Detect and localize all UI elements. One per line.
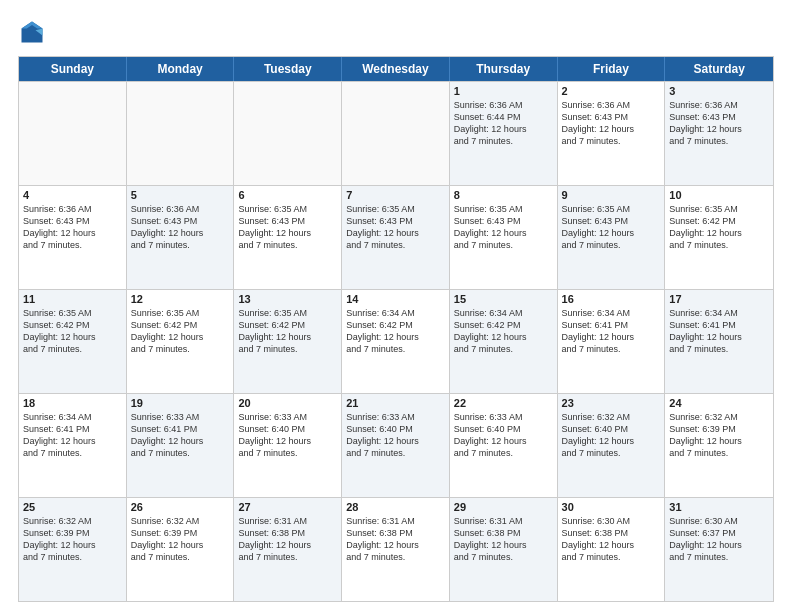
cell-info: Sunrise: 6:33 AM Sunset: 6:40 PM Dayligh… (238, 411, 337, 460)
calendar-cell: 18Sunrise: 6:34 AM Sunset: 6:41 PM Dayli… (19, 394, 127, 497)
cell-info: Sunrise: 6:33 AM Sunset: 6:41 PM Dayligh… (131, 411, 230, 460)
day-header-tuesday: Tuesday (234, 57, 342, 81)
calendar-cell: 3Sunrise: 6:36 AM Sunset: 6:43 PM Daylig… (665, 82, 773, 185)
cell-info: Sunrise: 6:35 AM Sunset: 6:42 PM Dayligh… (23, 307, 122, 356)
cell-info: Sunrise: 6:30 AM Sunset: 6:38 PM Dayligh… (562, 515, 661, 564)
calendar-cell: 30Sunrise: 6:30 AM Sunset: 6:38 PM Dayli… (558, 498, 666, 601)
calendar-cell: 28Sunrise: 6:31 AM Sunset: 6:38 PM Dayli… (342, 498, 450, 601)
calendar-cell: 10Sunrise: 6:35 AM Sunset: 6:42 PM Dayli… (665, 186, 773, 289)
day-number: 10 (669, 189, 769, 201)
day-number: 21 (346, 397, 445, 409)
day-number: 17 (669, 293, 769, 305)
calendar-cell (234, 82, 342, 185)
cell-info: Sunrise: 6:36 AM Sunset: 6:44 PM Dayligh… (454, 99, 553, 148)
calendar-cell: 27Sunrise: 6:31 AM Sunset: 6:38 PM Dayli… (234, 498, 342, 601)
cell-info: Sunrise: 6:36 AM Sunset: 6:43 PM Dayligh… (23, 203, 122, 252)
calendar-cell: 29Sunrise: 6:31 AM Sunset: 6:38 PM Dayli… (450, 498, 558, 601)
day-number: 16 (562, 293, 661, 305)
cell-info: Sunrise: 6:36 AM Sunset: 6:43 PM Dayligh… (669, 99, 769, 148)
day-number: 23 (562, 397, 661, 409)
calendar: SundayMondayTuesdayWednesdayThursdayFrid… (18, 56, 774, 602)
cell-info: Sunrise: 6:32 AM Sunset: 6:39 PM Dayligh… (669, 411, 769, 460)
day-number: 8 (454, 189, 553, 201)
cell-info: Sunrise: 6:33 AM Sunset: 6:40 PM Dayligh… (454, 411, 553, 460)
cell-info: Sunrise: 6:35 AM Sunset: 6:43 PM Dayligh… (346, 203, 445, 252)
day-number: 25 (23, 501, 122, 513)
calendar-cell: 25Sunrise: 6:32 AM Sunset: 6:39 PM Dayli… (19, 498, 127, 601)
calendar-cell: 24Sunrise: 6:32 AM Sunset: 6:39 PM Dayli… (665, 394, 773, 497)
day-number: 6 (238, 189, 337, 201)
day-number: 28 (346, 501, 445, 513)
cell-info: Sunrise: 6:34 AM Sunset: 6:42 PM Dayligh… (454, 307, 553, 356)
day-number: 30 (562, 501, 661, 513)
day-number: 18 (23, 397, 122, 409)
logo (18, 18, 50, 46)
calendar-cell: 31Sunrise: 6:30 AM Sunset: 6:37 PM Dayli… (665, 498, 773, 601)
calendar-cell: 6Sunrise: 6:35 AM Sunset: 6:43 PM Daylig… (234, 186, 342, 289)
calendar-cell: 1Sunrise: 6:36 AM Sunset: 6:44 PM Daylig… (450, 82, 558, 185)
calendar-cell: 20Sunrise: 6:33 AM Sunset: 6:40 PM Dayli… (234, 394, 342, 497)
calendar-header-row: SundayMondayTuesdayWednesdayThursdayFrid… (19, 57, 773, 81)
calendar-cell: 16Sunrise: 6:34 AM Sunset: 6:41 PM Dayli… (558, 290, 666, 393)
calendar-cell: 14Sunrise: 6:34 AM Sunset: 6:42 PM Dayli… (342, 290, 450, 393)
day-header-thursday: Thursday (450, 57, 558, 81)
week-row-2: 4Sunrise: 6:36 AM Sunset: 6:43 PM Daylig… (19, 185, 773, 289)
calendar-cell: 26Sunrise: 6:32 AM Sunset: 6:39 PM Dayli… (127, 498, 235, 601)
calendar-cell: 5Sunrise: 6:36 AM Sunset: 6:43 PM Daylig… (127, 186, 235, 289)
calendar-cell: 8Sunrise: 6:35 AM Sunset: 6:43 PM Daylig… (450, 186, 558, 289)
calendar-cell: 7Sunrise: 6:35 AM Sunset: 6:43 PM Daylig… (342, 186, 450, 289)
week-row-3: 11Sunrise: 6:35 AM Sunset: 6:42 PM Dayli… (19, 289, 773, 393)
day-number: 22 (454, 397, 553, 409)
day-number: 9 (562, 189, 661, 201)
day-number: 2 (562, 85, 661, 97)
cell-info: Sunrise: 6:34 AM Sunset: 6:42 PM Dayligh… (346, 307, 445, 356)
day-number: 29 (454, 501, 553, 513)
day-number: 4 (23, 189, 122, 201)
cell-info: Sunrise: 6:35 AM Sunset: 6:43 PM Dayligh… (562, 203, 661, 252)
day-header-sunday: Sunday (19, 57, 127, 81)
calendar-cell: 17Sunrise: 6:34 AM Sunset: 6:41 PM Dayli… (665, 290, 773, 393)
day-header-wednesday: Wednesday (342, 57, 450, 81)
day-number: 31 (669, 501, 769, 513)
day-number: 12 (131, 293, 230, 305)
day-number: 19 (131, 397, 230, 409)
cell-info: Sunrise: 6:32 AM Sunset: 6:39 PM Dayligh… (23, 515, 122, 564)
day-number: 3 (669, 85, 769, 97)
day-number: 20 (238, 397, 337, 409)
day-number: 5 (131, 189, 230, 201)
calendar-body: 1Sunrise: 6:36 AM Sunset: 6:44 PM Daylig… (19, 81, 773, 601)
calendar-cell: 12Sunrise: 6:35 AM Sunset: 6:42 PM Dayli… (127, 290, 235, 393)
calendar-cell (19, 82, 127, 185)
calendar-cell: 13Sunrise: 6:35 AM Sunset: 6:42 PM Dayli… (234, 290, 342, 393)
calendar-cell: 9Sunrise: 6:35 AM Sunset: 6:43 PM Daylig… (558, 186, 666, 289)
cell-info: Sunrise: 6:35 AM Sunset: 6:43 PM Dayligh… (454, 203, 553, 252)
cell-info: Sunrise: 6:35 AM Sunset: 6:43 PM Dayligh… (238, 203, 337, 252)
logo-icon (18, 18, 46, 46)
cell-info: Sunrise: 6:34 AM Sunset: 6:41 PM Dayligh… (669, 307, 769, 356)
cell-info: Sunrise: 6:31 AM Sunset: 6:38 PM Dayligh… (346, 515, 445, 564)
day-number: 13 (238, 293, 337, 305)
day-header-saturday: Saturday (665, 57, 773, 81)
day-number: 1 (454, 85, 553, 97)
calendar-cell: 4Sunrise: 6:36 AM Sunset: 6:43 PM Daylig… (19, 186, 127, 289)
calendar-cell: 2Sunrise: 6:36 AM Sunset: 6:43 PM Daylig… (558, 82, 666, 185)
week-row-5: 25Sunrise: 6:32 AM Sunset: 6:39 PM Dayli… (19, 497, 773, 601)
calendar-cell: 19Sunrise: 6:33 AM Sunset: 6:41 PM Dayli… (127, 394, 235, 497)
day-number: 14 (346, 293, 445, 305)
cell-info: Sunrise: 6:35 AM Sunset: 6:42 PM Dayligh… (238, 307, 337, 356)
cell-info: Sunrise: 6:36 AM Sunset: 6:43 PM Dayligh… (562, 99, 661, 148)
day-header-monday: Monday (127, 57, 235, 81)
cell-info: Sunrise: 6:32 AM Sunset: 6:39 PM Dayligh… (131, 515, 230, 564)
page: SundayMondayTuesdayWednesdayThursdayFrid… (0, 0, 792, 612)
calendar-cell (127, 82, 235, 185)
day-number: 27 (238, 501, 337, 513)
calendar-cell (342, 82, 450, 185)
calendar-cell: 22Sunrise: 6:33 AM Sunset: 6:40 PM Dayli… (450, 394, 558, 497)
calendar-cell: 15Sunrise: 6:34 AM Sunset: 6:42 PM Dayli… (450, 290, 558, 393)
cell-info: Sunrise: 6:36 AM Sunset: 6:43 PM Dayligh… (131, 203, 230, 252)
cell-info: Sunrise: 6:32 AM Sunset: 6:40 PM Dayligh… (562, 411, 661, 460)
day-number: 24 (669, 397, 769, 409)
day-number: 26 (131, 501, 230, 513)
day-number: 15 (454, 293, 553, 305)
day-number: 7 (346, 189, 445, 201)
